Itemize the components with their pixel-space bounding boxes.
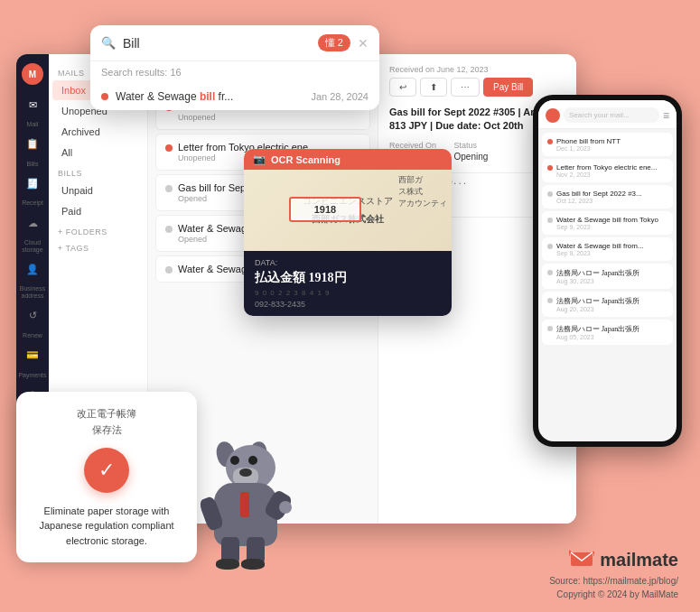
detail-status-label: Status <box>454 141 489 150</box>
search-close-icon[interactable]: ✕ <box>358 36 369 51</box>
mobile-mail-title-3: Water & Sewage bill from Tokyo <box>556 216 667 224</box>
sidebar-label-renew: Renew <box>23 332 42 339</box>
mobile-mail-date-7: Aug 05, 2023 <box>556 334 667 340</box>
brand-source-line1: Source: https://mailmate.jp/blog/ <box>549 574 678 588</box>
mobile-mail-info-4: Water & Sewage bill from... Sep 8, 2023 <box>556 242 667 256</box>
bottom-card-japanese: 改正電子帳簿保存法 <box>31 406 182 438</box>
nav-item-paid[interactable]: Paid <box>52 201 144 221</box>
mobile-mail-dot-3 <box>547 218 553 223</box>
nav-item-unpaid[interactable]: Unpaid <box>52 181 144 200</box>
sidebar-label-mail: Mail <box>27 121 39 128</box>
nav-item-archived[interactable]: Archived <box>52 122 144 142</box>
mobile-mail-title-6: 法務局ハロー Japan出張所 <box>556 296 667 306</box>
mobile-mail-item-2[interactable]: Gas bill for Sept 2022 #3... Oct 12, 202… <box>542 185 673 209</box>
mobile-mail-dot-6 <box>547 298 553 303</box>
dog-tie <box>240 492 249 517</box>
nav-item-all[interactable]: All <box>52 143 144 162</box>
dog-eye-left <box>230 456 239 465</box>
ocr-header-label: OCR Scanning <box>271 154 341 165</box>
brand-logo-row: mailmate <box>549 549 678 571</box>
ocr-data-area: DATA: 払込金額 1918円 9 0 0 2 2 3 8 4 1 9 092… <box>244 251 452 316</box>
ocr-barcode: 9 0 0 2 2 3 8 4 1 9 <box>255 289 441 297</box>
detail-forward-btn[interactable]: ⬆ <box>420 78 447 97</box>
sidebar-icon-payments[interactable]: 💳 <box>22 345 43 366</box>
ocr-camera-icon: 📷 <box>253 153 266 165</box>
pay-bill-btn[interactable]: Pay Bill <box>483 78 533 97</box>
ocr-phone: 092-833-2435 <box>255 300 441 309</box>
mobile-mail-title-0: Phone bill from NTT <box>556 137 667 145</box>
mobile-mail-dot-0 <box>547 139 553 144</box>
detail-actions: ↩ ⬆ ⋯ Pay Bill <box>389 78 565 97</box>
detail-status-value: Opening <box>454 152 489 162</box>
mobile-screen: Search your mail... ≡ Phone bill from NT… <box>538 100 677 441</box>
sidebar-label-cloud: Cloud storage <box>16 239 49 253</box>
mail-dot-2 <box>165 185 173 192</box>
sidebar-label-receipt: Receipt <box>22 199 43 207</box>
mobile-mail-item-0[interactable]: Phone bill from NTT Dec 1, 2023 <box>542 133 673 156</box>
mailmate-logo-icon <box>569 549 594 571</box>
mail-status-0: Unopened <box>178 113 360 122</box>
mobile-search-bar[interactable]: Search your mail... <box>564 107 659 123</box>
mobile-mail-date-4: Sep 8, 2023 <box>556 250 667 256</box>
brand-source-line2: Copyright © 2024 by MailMate <box>549 588 678 601</box>
search-results-count: Search results: 16 <box>90 61 379 83</box>
sidebar-label-payments: Payments <box>18 372 46 379</box>
search-result-item-0[interactable]: Water & Sewage bill fr... Jan 28, 2024 <box>90 83 379 110</box>
mascot-dog <box>194 436 303 580</box>
ocr-popup: 📷 OCR Scanning コンビニエンスストア 西部ガス株式会社 1918 … <box>244 149 452 316</box>
mobile-mail-title-2: Gas bill for Sept 2022 #3... <box>556 190 667 198</box>
mobile-mail-info-6: 法務局ハロー Japan出張所 Aug 20, 2023 <box>556 296 667 312</box>
detail-received-header: Received on June 12, 2023 <box>389 65 565 74</box>
mobile-mail-title-1: Letter from Tokyo electric ene... <box>556 163 667 172</box>
sidebar-icon-mail[interactable]: ✉ <box>22 94 43 116</box>
mobile-mail-date-2: Oct 12, 2023 <box>556 198 667 204</box>
mobile-mail-item-6[interactable]: 法務局ハロー Japan出張所 Aug 20, 2023 <box>542 292 673 317</box>
sidebar-icon-receipt[interactable]: 🧾 <box>22 172 43 194</box>
search-icon: 🔍 <box>101 36 116 50</box>
mobile-mail-date-0: Dec 1, 2023 <box>556 145 667 152</box>
mobile-mail-info-0: Phone bill from NTT Dec 1, 2023 <box>556 137 667 152</box>
mobile-mail-info-1: Letter from Tokyo electric ene... Nov 2,… <box>556 163 667 178</box>
sidebar-label-business: Business address <box>16 285 49 299</box>
mobile-mail-item-1[interactable]: Letter from Tokyo electric ene... Nov 2,… <box>542 159 673 182</box>
mobile-mail-title-7: 法務局ハロー Japan出張所 <box>556 324 667 334</box>
mobile-avatar <box>546 108 560 123</box>
mobile-mail-item-3[interactable]: Water & Sewage bill from Tokyo Sep 9, 20… <box>542 211 673 235</box>
mobile-mail-item-7[interactable]: 法務局ハロー Japan出張所 Aug 05, 2023 <box>542 320 673 345</box>
mobile-mail-item-4[interactable]: Water & Sewage bill from... Sep 8, 2023 <box>542 237 673 261</box>
dog-nose <box>239 468 252 477</box>
ocr-amount-scan: 1918 <box>314 204 336 215</box>
sidebar-icon-bills[interactable]: 📋 <box>22 134 43 155</box>
mobile-mail-title-4: Water & Sewage bill from... <box>556 242 667 250</box>
sidebar-avatar[interactable]: M <box>22 63 43 85</box>
sidebar-icon-renew[interactable]: ↺ <box>22 305 43 327</box>
mail-dot-4 <box>165 266 173 274</box>
mobile-mail-info-5: 法務局ハロー Japan出張所 Aug 30, 2023 <box>556 268 667 284</box>
mobile-mail-dot-1 <box>547 165 553 171</box>
branding: mailmate Source: https://mailmate.jp/blo… <box>549 549 678 601</box>
detail-more-btn[interactable]: ⋯ <box>451 78 480 97</box>
nav-section-tags[interactable]: + TAGS <box>49 238 147 255</box>
ocr-scan-box: 1918 <box>289 197 361 222</box>
nav-section-bills: BILLS <box>49 163 147 180</box>
mail-dot-1 <box>165 144 173 152</box>
search-highlight: bill <box>200 90 215 103</box>
sidebar-label-bills: Bills <box>27 161 39 168</box>
search-input[interactable] <box>123 36 311 51</box>
sidebar-icon-business[interactable]: 👤 <box>22 258 43 280</box>
bottom-card-check: ✓ <box>84 448 129 493</box>
search-result-date-0: Jan 28, 2024 <box>311 91 369 102</box>
mobile-mail-dot-5 <box>547 270 553 275</box>
nav-section-folders[interactable]: + FOLDERS <box>49 222 147 238</box>
bottom-card: 改正電子帳簿保存法 ✓ Eliminate paper storage with… <box>16 392 197 562</box>
ocr-data-label: DATA: <box>255 258 441 267</box>
mobile-mail-dot-4 <box>547 244 553 249</box>
search-result-text-0: Water & Sewage bill fr... <box>116 90 303 103</box>
mobile-mail-item-5[interactable]: 法務局ハロー Japan出張所 Aug 30, 2023 <box>542 264 673 289</box>
mobile-mail-dot-2 <box>547 191 553 197</box>
mobile-mail-list: Phone bill from NTT Dec 1, 2023 Letter f… <box>538 129 677 441</box>
search-badge: 懂 2 <box>318 34 350 51</box>
mobile-menu-icon[interactable]: ≡ <box>663 109 669 122</box>
detail-reply-btn[interactable]: ↩ <box>389 78 416 97</box>
sidebar-icon-cloud[interactable]: ☁ <box>22 212 43 234</box>
